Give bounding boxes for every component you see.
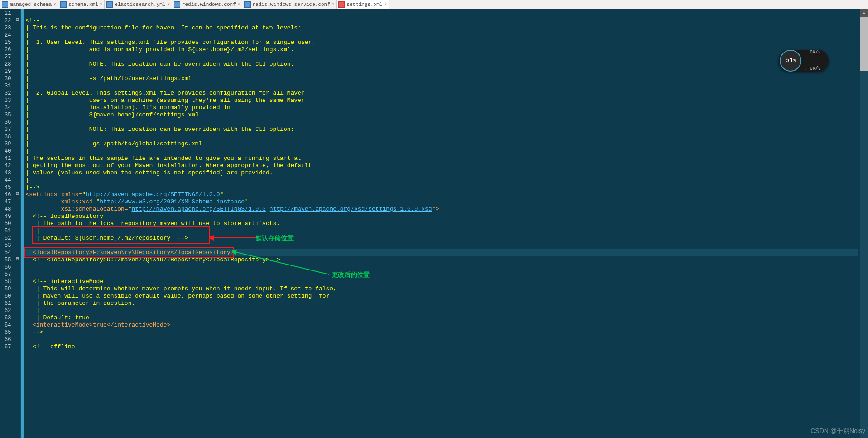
perf-stats: ↑ 0K/s ↓ 0K/s — [805, 39, 827, 82]
tab-settings-xml[interactable]: settings.xml✕ — [337, 0, 389, 9]
line-number: 65 — [5, 329, 11, 336]
close-icon[interactable]: ✕ — [168, 2, 170, 7]
code-line[interactable]: <interactiveMode>true</interactiveMode> — [25, 322, 858, 329]
code-line[interactable]: | -s /path/to/user/settings.xml — [25, 75, 858, 82]
code-line[interactable]: | ${maven.home}/conf/settings.xml. — [25, 111, 858, 119]
file-icon — [338, 1, 345, 8]
close-icon[interactable]: ✕ — [100, 2, 102, 7]
tab-managed-schema[interactable]: managed-schema✕ — [0, 0, 58, 9]
code-line[interactable]: | the parameter in question. — [25, 300, 858, 307]
code-line[interactable]: | values (values used when the setting i… — [25, 169, 858, 177]
code-content[interactable]: <!--| This is the configuration file for… — [24, 9, 860, 438]
code-line[interactable]: xmlns:xsi="http://www.w3.org/2001/XMLSch… — [25, 198, 858, 206]
close-icon[interactable]: ✕ — [53, 2, 56, 7]
tab-label: redis.windows.conf — [182, 2, 236, 7]
performance-widget[interactable]: 61% ↑ 0K/s ↓ 0K/s — [779, 50, 829, 72]
code-line[interactable]: | This will determine whether maven prom… — [25, 285, 858, 293]
code-line[interactable]: | — [25, 133, 858, 140]
code-line[interactable] — [25, 336, 858, 343]
code-line[interactable]: <settings xmlns="http://maven.apache.org… — [25, 191, 858, 198]
close-icon[interactable]: ✕ — [384, 2, 386, 7]
line-number: 42 — [5, 162, 11, 169]
fold-marker — [14, 205, 20, 212]
code-line[interactable] — [25, 264, 858, 271]
code-line[interactable]: | — [25, 119, 858, 126]
code-line[interactable]: | — [25, 68, 858, 75]
vertical-scrollbar[interactable]: ▲ — [860, 9, 868, 438]
file-icon — [244, 1, 251, 8]
code-line[interactable]: xsi:schemaLocation="http://maven.apache.… — [25, 206, 858, 213]
fold-marker — [14, 154, 20, 161]
code-line[interactable]: | The path to the local repository maven… — [25, 220, 858, 227]
line-number: 49 — [5, 213, 11, 220]
fold-marker — [14, 313, 20, 321]
code-line[interactable]: <!-- — [25, 17, 858, 24]
code-line[interactable]: | — [25, 307, 858, 314]
scroll-up-button[interactable]: ▲ — [860, 9, 868, 17]
line-number: 66 — [5, 336, 11, 343]
line-number: 48 — [5, 206, 11, 213]
fold-marker[interactable]: ⊟ — [14, 255, 20, 263]
upload-icon: ↑ — [805, 50, 807, 54]
code-line[interactable]: | — [25, 177, 858, 184]
code-line[interactable]: | 1. User Level. This settings.xml file … — [25, 39, 858, 46]
code-line[interactable]: | — [25, 227, 858, 235]
line-number: 62 — [5, 307, 11, 314]
line-number: 32 — [5, 90, 11, 97]
file-icon — [60, 1, 67, 8]
line-number: 55 — [5, 256, 11, 264]
code-line[interactable]: |--> — [25, 184, 858, 191]
code-line[interactable]: | -gs /path/to/global/settings.xml — [25, 140, 858, 148]
fold-marker — [14, 197, 20, 205]
fold-marker — [14, 234, 20, 241]
code-line[interactable]: | 2. Global Level. This settings.xml fil… — [25, 90, 858, 97]
code-line[interactable]: <!--<localRepository>D://maven//QiXiu//R… — [25, 256, 858, 264]
code-line[interactable]: | installation). It's normally provided … — [25, 104, 858, 111]
code-line[interactable]: <localRepository>F:\maven\ry\Repository<… — [25, 249, 858, 256]
fold-marker[interactable]: ⊟ — [14, 16, 20, 24]
line-number: 21 — [5, 10, 11, 17]
file-icon — [106, 1, 113, 8]
tab-label: managed-schema — [10, 2, 52, 7]
code-line[interactable]: | and is normally provided in ${user.hom… — [25, 46, 858, 53]
tab-elasticsearch-yml[interactable]: elasticsearch.yml✕ — [105, 0, 172, 9]
close-icon[interactable]: ✕ — [238, 2, 240, 7]
code-line[interactable]: --> — [25, 329, 858, 336]
line-number: 44 — [5, 177, 11, 184]
file-icon — [2, 1, 8, 8]
line-number: 27 — [5, 53, 11, 61]
code-line[interactable]: | — [25, 32, 858, 39]
code-line[interactable]: | maven will use a sensible default valu… — [25, 293, 858, 300]
tab-schema-xml[interactable]: schema.xml✕ — [58, 0, 105, 9]
scroll-thumb[interactable] — [860, 17, 868, 71]
code-line[interactable]: | The sections in this sample file are i… — [25, 155, 858, 162]
line-number: 36 — [5, 119, 11, 126]
tab-label: redis.windows-service.conf — [252, 2, 330, 7]
close-icon[interactable]: ✕ — [332, 2, 334, 7]
line-number: 45 — [5, 184, 11, 191]
code-line[interactable]: | — [25, 148, 858, 155]
code-line[interactable]: | Default: ${user.home}/.m2/repository -… — [25, 235, 858, 242]
code-line[interactable]: | Default: true — [25, 314, 858, 322]
code-line[interactable]: <!-- interactiveMode — [25, 278, 858, 285]
code-line[interactable]: | NOTE: This location can be overridden … — [25, 61, 858, 68]
fold-marker — [14, 321, 20, 328]
line-number: 43 — [5, 169, 11, 177]
line-number: 58 — [5, 278, 11, 285]
code-line[interactable]: | — [25, 53, 858, 61]
code-line[interactable]: | NOTE: This location can be overridden … — [25, 126, 858, 133]
code-line[interactable]: <!-- offline — [25, 343, 858, 351]
code-line[interactable]: | getting the most out of your Maven ins… — [25, 162, 858, 169]
code-line[interactable] — [25, 10, 858, 17]
tab-redis-windows-service-conf[interactable]: redis.windows-service.conf✕ — [242, 0, 337, 9]
code-line[interactable]: <!-- localRepository — [25, 213, 858, 220]
code-line[interactable]: | users on a machine (assuming they're a… — [25, 97, 858, 104]
code-line[interactable]: | This is the configuration file for Mav… — [25, 24, 858, 32]
tab-redis-windows-conf[interactable]: redis.windows.conf✕ — [172, 0, 242, 9]
code-line[interactable] — [25, 242, 858, 249]
fold-marker[interactable]: ⊟ — [14, 190, 20, 197]
line-number: 41 — [5, 155, 11, 162]
code-line[interactable] — [25, 271, 858, 278]
line-number: 29 — [5, 68, 11, 75]
code-line[interactable]: | — [25, 82, 858, 90]
